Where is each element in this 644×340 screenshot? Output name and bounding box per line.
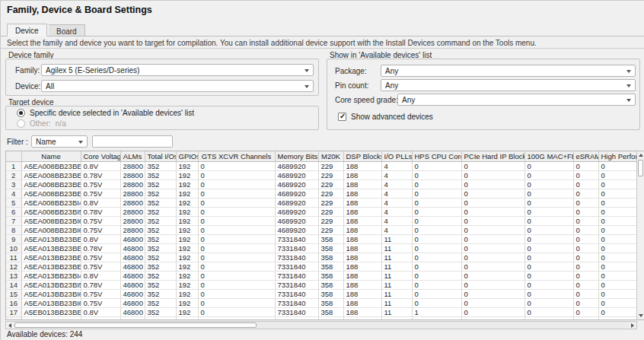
device-cell: 0: [573, 198, 598, 207]
device-cell: 7331840: [275, 307, 318, 316]
device-row[interactable]: 7A5EA008BB23BI6S0.75V2880035219204689920…: [6, 216, 636, 225]
device-cell: 192: [176, 271, 198, 280]
device-cell: 7331840: [275, 243, 318, 253]
device-row[interactable]: 13A5EA013BB23BI4S0.8V4680035219207331840…: [6, 271, 636, 280]
device-row[interactable]: 3A5EA008BB23BE6S0.75V2880035219204689920…: [6, 180, 636, 189]
device-cell: 0: [198, 271, 275, 280]
device-cell: A5EA013BB23BE4S: [21, 234, 81, 243]
device-row[interactable]: 10A5EA013BB23BE5S0.78V468003521920733184…: [6, 243, 636, 253]
scroll-down-button[interactable]: [637, 312, 644, 319]
device-cell: 352: [145, 170, 176, 180]
device-cell: 11: [381, 316, 412, 319]
device-row[interactable]: 9A5EA013BB23BE4S0.8V46800352192073318403…: [6, 234, 636, 243]
device-cell: 192: [176, 189, 198, 198]
core-speed-grade-select-value: Any: [402, 96, 415, 104]
scroll-up-button[interactable]: [637, 151, 644, 159]
column-header[interactable]: Core Voltage: [81, 151, 120, 161]
family-label: Family:: [15, 66, 40, 75]
device-cell: 0.78V: [81, 243, 120, 253]
device-cell: A5EA008BB23BE4S: [21, 161, 81, 170]
pin-count-select[interactable]: Any: [381, 79, 636, 91]
filter-field-select[interactable]: Name: [31, 135, 88, 148]
row-number: 4: [6, 189, 21, 198]
row-number: 2: [6, 170, 21, 180]
column-header[interactable]: eSRAM: [573, 151, 598, 161]
device-cell: A5EA013BB23BE6X: [21, 262, 81, 271]
device-cell: 192: [176, 280, 198, 289]
column-header[interactable]: High Perfor: [598, 151, 636, 161]
device-cell: 0: [198, 216, 275, 225]
scroll-left-button[interactable]: [6, 322, 14, 329]
device-row[interactable]: 18A5EB013BB23BE5S0.78V468003521920733184…: [6, 316, 636, 319]
column-header[interactable]: GTS XCVR Channels: [198, 151, 275, 161]
row-number: 8: [6, 225, 21, 234]
column-header[interactable]: M20K: [318, 151, 343, 161]
device-cell: 188: [343, 189, 381, 198]
device-row[interactable]: 1A5EA008BB23BE4S0.8V28800352192046899202…: [6, 161, 636, 170]
device-cell: 46800: [120, 253, 145, 262]
tab-board[interactable]: Board: [49, 24, 85, 37]
device-row[interactable]: 6A5EA008BB23BI5S0.78V2880035219204689920…: [6, 207, 636, 216]
device-cell: 352: [145, 316, 176, 319]
device-select[interactable]: All: [41, 80, 314, 92]
device-cell: 0: [598, 198, 636, 207]
vertical-scrollbar[interactable]: [636, 151, 644, 319]
device-cell: 0: [412, 262, 461, 271]
device-cell: 0: [573, 161, 598, 170]
column-header[interactable]: HPS CPU Cores: [412, 151, 461, 161]
device-row[interactable]: 2A5EA008BB23BE5S0.78V2880035219204689920…: [6, 170, 636, 180]
device-cell: 188: [343, 243, 381, 253]
device-cell: 0.75V: [81, 289, 120, 298]
filter-query-input[interactable]: [92, 135, 173, 148]
device-row[interactable]: 14A5EA013BB23BI5S0.78V468003521920733184…: [6, 280, 636, 289]
tab-device[interactable]: Device: [7, 24, 47, 37]
column-header[interactable]: PCIe Hard IP Blocks: [461, 151, 524, 161]
device-cell: 0: [524, 316, 573, 319]
device-cell: 192: [176, 216, 198, 225]
device-cell: 11: [381, 243, 412, 253]
column-header[interactable]: Memory Bits: [275, 151, 318, 161]
scroll-right-button[interactable]: [629, 322, 636, 329]
device-row[interactable]: 12A5EA013BB23BE6X0.75V468003521920733184…: [6, 262, 636, 271]
device-cell: 0.75V: [81, 253, 120, 262]
device-cell: 0: [461, 198, 524, 207]
device-row[interactable]: 5A5EA008BB23BI4S0.8V28800352192046899202…: [6, 198, 636, 207]
device-row[interactable]: 16A5EA013BB23BI6X0.75V468003521920733184…: [6, 298, 636, 307]
device-cell: 352: [145, 262, 176, 271]
device-cell: 229: [318, 225, 343, 234]
column-header[interactable]: ALMs: [120, 151, 145, 161]
column-header[interactable]: I/O PLLs: [381, 151, 412, 161]
specific-device-radio[interactable]: Specific device selected in 'Available d…: [17, 109, 194, 117]
horizontal-scrollbar[interactable]: [5, 321, 637, 329]
package-select[interactable]: Any: [381, 65, 636, 77]
vertical-scroll-thumb[interactable]: [638, 160, 643, 176]
device-cell: 4689920: [275, 189, 318, 198]
show-advanced-devices-checkbox[interactable]: Show advanced devices: [338, 113, 433, 121]
pin-count-select-value: Any: [385, 81, 398, 90]
horizontal-scroll-thumb[interactable]: [14, 323, 257, 328]
device-row[interactable]: 15A5EA013BB23BI6S0.75V468003521920733184…: [6, 289, 636, 298]
family-select[interactable]: Agilex 5 (E-Series/D-series): [41, 64, 314, 76]
device-row[interactable]: 17A5EB013BB23BE4S0.8V4680035219207331840…: [6, 307, 636, 316]
device-cell: 188: [343, 271, 381, 280]
device-cell: 46800: [120, 316, 145, 319]
column-header[interactable]: Name: [21, 151, 81, 161]
device-cell: 7331840: [275, 262, 318, 271]
column-header[interactable]: Total I/Os: [145, 151, 176, 161]
row-number: 16: [6, 298, 21, 307]
device-row[interactable]: 8A5EA008BB23BI6X0.75V2880035219204689920…: [6, 225, 636, 234]
device-cell: 0: [461, 207, 524, 216]
column-header[interactable]: DSP Blocks: [343, 151, 381, 161]
chevron-down-icon: [78, 141, 83, 144]
device-cell: 352: [145, 207, 176, 216]
device-cell: 0: [524, 225, 573, 234]
device-row[interactable]: 4A5EA008BB23BE6X0.75V2880035219204689920…: [6, 189, 636, 198]
column-header[interactable]: 100G MAC+FEC: [524, 151, 573, 161]
device-cell: 352: [145, 243, 176, 253]
column-header[interactable]: GPIOs: [176, 151, 198, 161]
device-cell: A5EA008BB23BI6S: [21, 216, 81, 225]
device-cell: 4: [381, 216, 412, 225]
device-cell: 352: [145, 189, 176, 198]
core-speed-grade-select[interactable]: Any: [397, 94, 636, 106]
device-row[interactable]: 11A5EA013BB23BE6S0.75V468003521920733184…: [6, 253, 636, 262]
